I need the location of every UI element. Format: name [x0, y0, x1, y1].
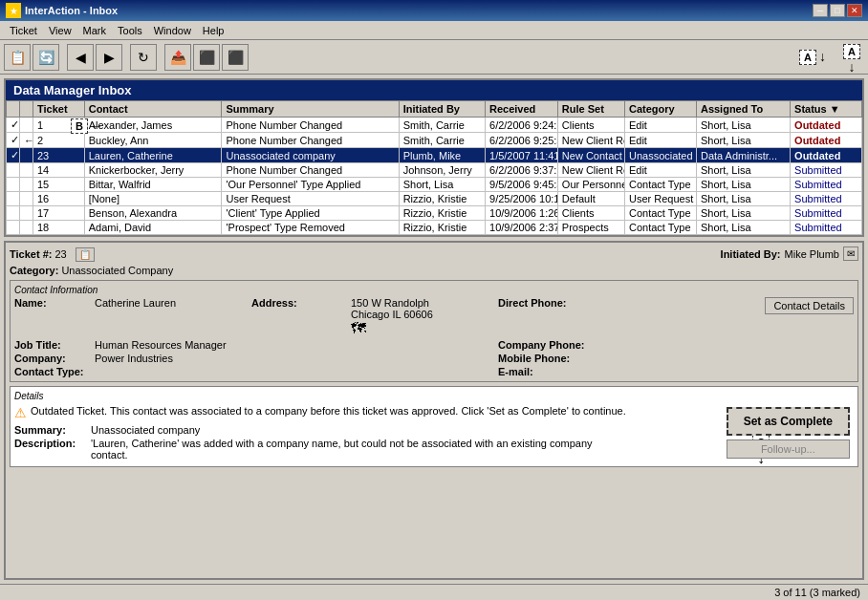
- row-received: 1/5/2007 11:41:...: [486, 148, 558, 163]
- row-category: Unassociated Com...: [624, 148, 696, 163]
- row-status: Submitted: [791, 192, 862, 206]
- row-received: 6/2/2006 9:37:1...: [486, 163, 558, 178]
- toolbar-btn-4[interactable]: ▶: [96, 44, 122, 71]
- row-ruleset: Our Personnel: [557, 178, 624, 192]
- arrow-a: ↓: [819, 49, 826, 64]
- row-ticket: 23: [33, 148, 85, 163]
- row-initiated: Plumb, Mike: [399, 148, 485, 163]
- row-status: Submitted: [791, 206, 862, 221]
- row-assigned: Short, Lisa: [696, 163, 790, 178]
- contact-info-title: Contact Information: [14, 285, 854, 295]
- inbox-title: Data Manager Inbox: [6, 80, 862, 100]
- row-summary: 'Prospect' Type Removed: [222, 221, 399, 235]
- close-button[interactable]: ✕: [847, 4, 862, 17]
- row-contact: Lauren, Catherine: [84, 148, 222, 163]
- toolbar-btn-8[interactable]: ⬛: [222, 44, 249, 71]
- ticket-icon: 📋: [76, 247, 95, 262]
- row-assigned: Short, Lisa: [696, 192, 790, 206]
- row-received: 6/2/2006 9:25:5...: [486, 133, 558, 148]
- warning-text: Outdated Ticket. This contact was associ…: [31, 405, 626, 417]
- row-check: [7, 178, 20, 192]
- row-tick: [20, 163, 33, 178]
- table-row[interactable]: ✓ 1 Alexander, James Phone Number Change…: [7, 118, 862, 133]
- row-category: Contact Type: [624, 221, 696, 235]
- description-value: 'Lauren, Catherine' was added with a com…: [91, 438, 626, 461]
- row-check: [7, 206, 20, 221]
- col-summary[interactable]: Summary: [222, 101, 399, 118]
- row-assigned: Data Administr...: [696, 148, 790, 163]
- restore-button[interactable]: □: [830, 4, 845, 17]
- jobtitle-value: Human Resources Manager: [95, 339, 248, 351]
- col-received[interactable]: Received: [486, 101, 558, 118]
- row-initiated: Rizzio, Kristie: [399, 221, 485, 235]
- row-ticket: 2: [33, 133, 85, 148]
- row-assigned: Short, Lisa: [696, 221, 790, 235]
- inbox-table-wrapper[interactable]: Ticket Contact Summary Initiated By Rece…: [6, 100, 862, 235]
- toolbar-btn-2[interactable]: 🔄: [33, 44, 59, 71]
- table-row[interactable]: 16 [None] User Request Rizzio, Kristie 9…: [7, 192, 862, 206]
- table-row[interactable]: 17 Benson, Alexandra 'Client' Type Appli…: [7, 206, 862, 221]
- row-summary: Unassociated company: [222, 148, 399, 163]
- col-status[interactable]: Status ▼: [791, 101, 862, 118]
- email-icon[interactable]: ✉: [843, 246, 858, 261]
- details-title: Details: [14, 391, 854, 401]
- address-label: Address:: [251, 297, 347, 309]
- toolbar-btn-3[interactable]: ◀: [67, 44, 94, 71]
- col-ticket[interactable]: Ticket: [33, 101, 85, 118]
- initiated-by-label: Initiated By:: [721, 248, 781, 260]
- menu-tools[interactable]: Tools: [112, 23, 148, 38]
- row-check: ✓: [7, 118, 20, 133]
- set-as-complete-button[interactable]: Set as Complete: [727, 407, 850, 436]
- toolbar-btn-7[interactable]: ⬛: [193, 44, 220, 71]
- col-assigned[interactable]: Assigned To: [696, 101, 790, 118]
- col-category[interactable]: Category: [624, 101, 696, 118]
- row-tick: [20, 192, 33, 206]
- col-initiated[interactable]: Initiated By: [399, 101, 485, 118]
- row-status: Outdated: [791, 118, 862, 133]
- row-summary: User Request: [222, 192, 399, 206]
- row-initiated: Smith, Carrie: [399, 118, 485, 133]
- menu-view[interactable]: View: [43, 23, 77, 38]
- category-value: Unassociated Company: [61, 265, 173, 276]
- detail-category: Category: Unassociated Company: [10, 265, 858, 276]
- table-row[interactable]: 14 Knickerbocker, Jerry Phone Number Cha…: [7, 163, 862, 178]
- company-label: Company:: [14, 353, 91, 364]
- follow-up-button[interactable]: Follow-up...: [727, 439, 850, 459]
- table-row[interactable]: ✓ ← 2 Buckley, Ann Phone Number Changed …: [7, 133, 862, 148]
- row-contact: Adami, David: [84, 221, 222, 235]
- inbox-table: Ticket Contact Summary Initiated By Rece…: [6, 100, 862, 235]
- toolbar-btn-1[interactable]: 📋: [4, 44, 31, 71]
- row-received: 6/2/2006 9:24:1...: [486, 118, 558, 133]
- toolbar-btn-6[interactable]: 📤: [164, 44, 191, 71]
- row-status: Submitted: [791, 178, 862, 192]
- row-tick: [20, 221, 33, 235]
- jobtitle-label: Job Title:: [14, 339, 91, 351]
- col-ruleset[interactable]: Rule Set: [557, 101, 624, 118]
- menu-help[interactable]: Help: [197, 23, 230, 38]
- row-category: Edit: [624, 163, 696, 178]
- row-ruleset: Clients: [557, 118, 624, 133]
- row-initiated: Smith, Carrie: [399, 133, 485, 148]
- menu-mark[interactable]: Mark: [77, 23, 112, 38]
- mobile-phone-label: Mobile Phone:: [498, 353, 594, 364]
- row-received: 9/25/2006 10:1...: [486, 192, 558, 206]
- status-text: 3 of 11 (3 marked): [774, 587, 860, 598]
- address-value: 150 W Randolph Chicago IL 60606 🗺: [351, 297, 494, 337]
- col-check: [7, 101, 20, 118]
- row-ticket: 18: [33, 221, 85, 235]
- table-row[interactable]: 18 Adami, David 'Prospect' Type Removed …: [7, 221, 862, 235]
- row-tick: [20, 206, 33, 221]
- col-contact[interactable]: Contact: [84, 101, 222, 118]
- details-buttons: Set as Complete Follow-up...: [727, 407, 850, 459]
- toolbar-btn-5[interactable]: ↻: [130, 44, 157, 71]
- row-assigned: Short, Lisa: [696, 118, 790, 133]
- minimize-button[interactable]: ─: [813, 4, 828, 17]
- row-status: Outdated: [791, 133, 862, 148]
- row-contact: Buckley, Ann: [84, 133, 222, 148]
- menu-window[interactable]: Window: [148, 23, 197, 38]
- table-row[interactable]: ✓ 23 Lauren, Catherine Unassociated comp…: [7, 148, 862, 163]
- table-row[interactable]: 15 Bittar, Walfrid 'Our Personnel' Type …: [7, 178, 862, 192]
- contact-details-button[interactable]: Contact Details: [765, 297, 854, 314]
- menu-ticket[interactable]: Ticket: [4, 23, 43, 38]
- row-category: Edit: [624, 133, 696, 148]
